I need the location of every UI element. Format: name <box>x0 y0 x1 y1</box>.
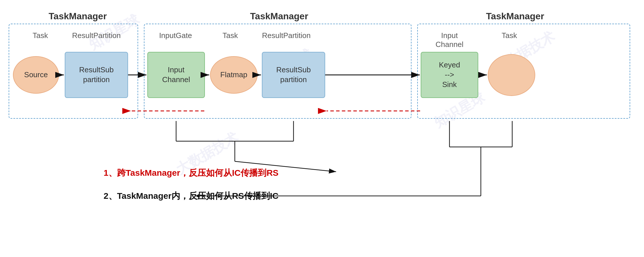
rsp2-label: ResultSub partition <box>276 65 311 85</box>
tm1-label: TaskManager <box>26 11 129 22</box>
rsp2-box: ResultSub partition <box>262 52 325 98</box>
task3-label: Task <box>489 31 529 40</box>
tm3-label: TaskManager <box>426 11 604 22</box>
flatmap-label: Flatmap <box>220 70 247 80</box>
ic1-box: Input Channel <box>147 52 205 98</box>
annotation-1: 1、跨TaskManager，反压如何从IC传播到RS <box>104 167 279 179</box>
ig2-label: Input Channel <box>421 31 478 49</box>
tm2-label: TaskManager <box>181 11 377 22</box>
task1-label: Task <box>17 31 63 40</box>
rsp1-label: ResultSub partition <box>79 65 114 85</box>
annotation-2: 2、TaskManager内，反压如何从RS传播到IC <box>104 190 279 202</box>
source-label: Source <box>24 70 48 80</box>
rsp1-box: ResultSub partition <box>65 52 128 98</box>
diagram-container: 知识星球 知识星球 知识星球 大数据技术 大数据技术 TaskManager T… <box>0 0 644 257</box>
ig1-label: InputGate <box>147 31 204 40</box>
ic1-label: Input Channel <box>162 65 190 85</box>
ic2-box: Keyed --> Sink <box>421 52 478 98</box>
sink-oval <box>488 54 535 96</box>
flatmap-oval: Flatmap <box>210 56 258 94</box>
ic2-label: Keyed --> Sink <box>439 60 460 89</box>
source-oval: Source <box>13 56 59 94</box>
rp2-label: ResultPartition <box>253 31 319 40</box>
task2-label: Task <box>210 31 250 40</box>
rp1-label: ResultPartition <box>63 31 129 40</box>
